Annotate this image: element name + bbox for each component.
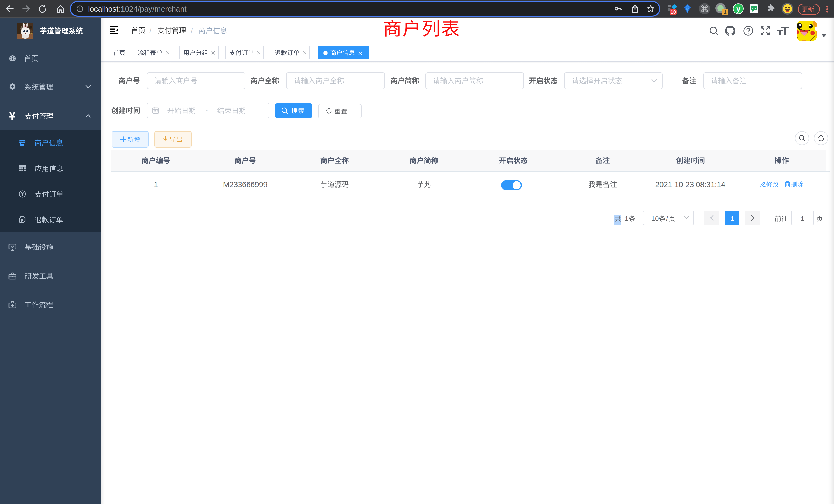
svg-text:10: 10 xyxy=(671,9,676,15)
svg-text:y: y xyxy=(737,5,740,13)
svg-text:1: 1 xyxy=(724,9,726,15)
